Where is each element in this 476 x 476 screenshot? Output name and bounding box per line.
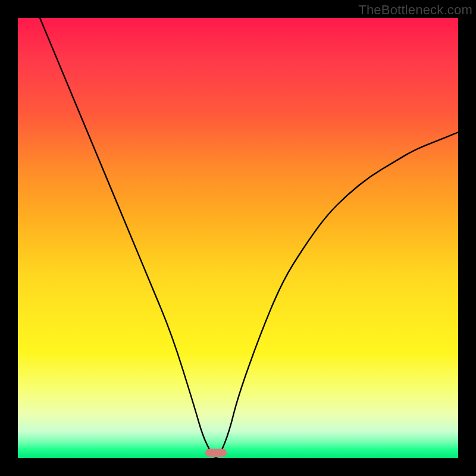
bottleneck-curve [18, 18, 458, 458]
plot-area [18, 18, 458, 458]
optimal-marker [205, 449, 227, 457]
watermark-text: TheBottleneck.com [358, 2, 472, 18]
chart-frame: TheBottleneck.com [0, 0, 476, 476]
